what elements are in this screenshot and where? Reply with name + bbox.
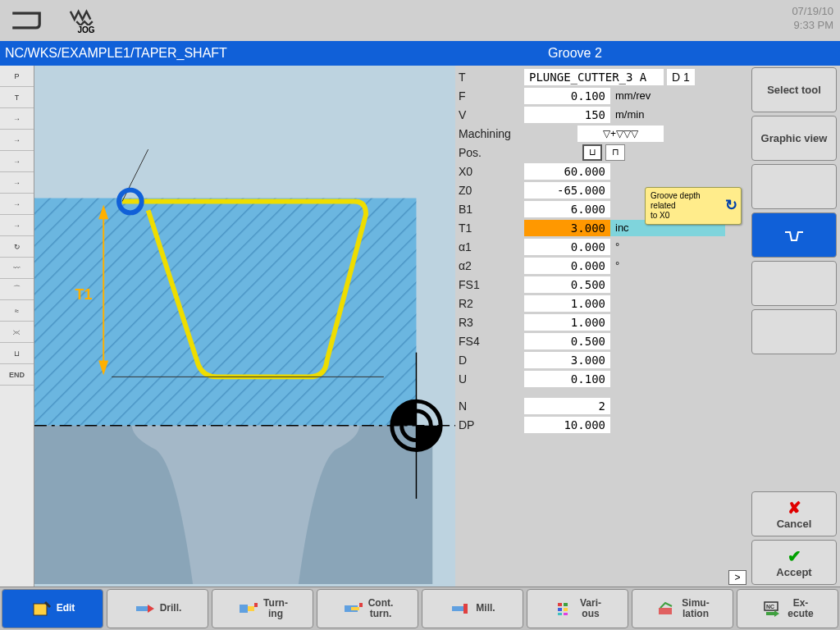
param-fs1[interactable]: FS1 0.500 xyxy=(455,275,748,294)
tooltip-line: to X0 xyxy=(651,211,721,221)
param-value[interactable]: 0.500 xyxy=(524,276,610,293)
step-icon[interactable]: ⩙ xyxy=(0,322,34,343)
step-icon[interactable]: ↻ xyxy=(0,236,34,258)
machining-symbol[interactable]: ▽+▽▽▽ xyxy=(578,126,664,142)
edit-button[interactable]: Edit xyxy=(2,589,103,628)
param-value[interactable]: 0.100 xyxy=(524,88,610,104)
step-icon[interactable]: 〰 xyxy=(0,258,34,279)
param-tool[interactable]: T PLUNGE_CUTTER_3 A D 1 xyxy=(455,67,748,86)
param-label: D xyxy=(459,354,524,367)
contour-turning-button[interactable]: Cont. turn. xyxy=(317,589,418,628)
groove-outer-icon[interactable]: ⊔ xyxy=(582,144,602,161)
param-label: DP xyxy=(459,418,524,431)
param-value[interactable]: 60.000 xyxy=(524,163,610,180)
param-value[interactable]: -65.000 xyxy=(524,182,610,199)
param-value[interactable]: 0.100 xyxy=(524,371,610,387)
param-n[interactable]: N 2 xyxy=(455,396,748,415)
param-value[interactable]: 1.000 xyxy=(524,295,610,312)
param-value-active[interactable]: 3.000 xyxy=(524,220,610,236)
cancel-button[interactable]: ✘ Cancel xyxy=(751,491,837,536)
svg-rect-27 xyxy=(558,608,562,611)
cycle-icon[interactable]: ↻ xyxy=(725,197,737,215)
param-value[interactable]: 3.000 xyxy=(524,352,610,368)
param-label: R2 xyxy=(459,297,524,310)
svg-rect-29 xyxy=(558,613,562,615)
softkey-empty[interactable] xyxy=(751,309,837,354)
select-tool-button[interactable]: Select tool xyxy=(751,67,837,112)
execute-button[interactable]: NC Ex- ecute xyxy=(737,589,838,628)
cycle-graphic: T1 xyxy=(34,66,455,587)
date-label: 07/19/10 xyxy=(792,5,833,19)
step-icon[interactable]: → xyxy=(0,151,34,172)
simulation-icon xyxy=(655,600,678,618)
step-icon[interactable]: ⊔ xyxy=(0,343,34,364)
softkey-empty[interactable] xyxy=(751,261,837,306)
param-a1[interactable]: α1 0.000 ° xyxy=(455,237,748,256)
step-icon[interactable]: → xyxy=(0,194,34,215)
param-unit: mm/rev xyxy=(610,89,651,102)
svg-rect-24 xyxy=(463,604,468,614)
param-fs4[interactable]: FS4 0.500 xyxy=(455,331,748,350)
simulation-button[interactable]: Simu- lation xyxy=(632,589,733,628)
various-icon xyxy=(554,600,577,618)
param-feed[interactable]: F 0.100 mm/rev xyxy=(455,86,748,105)
softkey-empty[interactable] xyxy=(751,164,837,209)
groove-inner-icon[interactable]: ⊓ xyxy=(605,144,625,161)
drill-button[interactable]: Drill. xyxy=(107,589,208,628)
turning-button[interactable]: Turn- ing xyxy=(212,589,313,628)
step-icon[interactable]: T xyxy=(0,87,34,108)
graphic-view-button[interactable]: Graphic view xyxy=(751,116,837,161)
step-end[interactable]: END xyxy=(0,364,34,386)
param-x0[interactable]: X0 60.000 xyxy=(455,162,748,180)
param-value[interactable]: 6.000 xyxy=(524,201,610,217)
param-value[interactable]: 1.000 xyxy=(524,314,610,331)
param-value[interactable]: 0.500 xyxy=(524,333,610,349)
step-icon[interactable]: → xyxy=(0,130,34,151)
param-r2[interactable]: R2 1.000 xyxy=(455,294,748,313)
machine-mode-icon xyxy=(4,4,53,37)
param-value[interactable]: 10.000 xyxy=(524,417,610,433)
step-icon[interactable]: → xyxy=(0,108,34,130)
tool-d[interactable]: D 1 xyxy=(667,69,695,85)
param-d[interactable]: D 3.000 xyxy=(455,350,748,369)
step-icon[interactable]: → xyxy=(0,215,34,236)
tooltip-line: related xyxy=(651,201,721,211)
step-icon[interactable]: ⌒ xyxy=(0,279,34,300)
step-icon[interactable]: P xyxy=(0,66,34,87)
param-value[interactable]: 0.000 xyxy=(524,239,610,255)
param-label: N xyxy=(459,399,524,413)
step-icon[interactable]: → xyxy=(0,172,34,194)
svg-rect-23 xyxy=(452,606,463,611)
param-pos[interactable]: Pos. ⊔ ⊓ xyxy=(455,143,748,162)
svg-rect-19 xyxy=(254,603,258,607)
main-area: P T → → → → → → ↻ 〰 ⌒ ≈ ⩙ ⊔ END xyxy=(0,66,840,587)
program-steps-sidebar[interactable]: P T → → → → → → ↻ 〰 ⌒ ≈ ⩙ ⊔ END xyxy=(0,66,34,587)
jog-label: JOG xyxy=(77,25,94,34)
graphic-panel: T1 xyxy=(34,66,455,587)
param-dp[interactable]: DP 10.000 xyxy=(455,415,748,434)
mill-button[interactable]: Mill. xyxy=(422,589,523,628)
param-label: FS4 xyxy=(459,335,524,348)
help-tooltip: Groove depth related to X0 ↻ xyxy=(645,187,742,225)
param-value[interactable]: PLUNGE_CUTTER_3 A xyxy=(524,69,664,85)
svg-rect-15 xyxy=(136,606,148,611)
accept-button[interactable]: ✔ Accept xyxy=(751,540,837,585)
param-value[interactable]: 0.000 xyxy=(524,258,610,274)
position-picker[interactable]: ⊔ ⊓ xyxy=(582,144,625,161)
title-bar: NC/WKS/EXAMPLE1/TAPER_SHAFT Groove 2 xyxy=(0,41,840,66)
svg-rect-28 xyxy=(564,608,568,611)
param-speed[interactable]: V 150 m/min xyxy=(455,105,748,124)
param-machining[interactable]: Machining ▽+▽▽▽ xyxy=(455,124,748,143)
param-u[interactable]: U 0.100 xyxy=(455,369,748,388)
param-value[interactable]: 150 xyxy=(524,107,610,123)
param-a2[interactable]: α2 0.000 ° xyxy=(455,256,748,275)
scroll-right-button[interactable]: > xyxy=(728,570,746,585)
step-icon[interactable]: ≈ xyxy=(0,300,34,322)
various-button[interactable]: Vari- ous xyxy=(527,589,628,628)
param-label: Pos. xyxy=(459,146,578,159)
param-r3[interactable]: R3 1.000 xyxy=(455,313,748,331)
param-value[interactable]: 2 xyxy=(524,398,610,414)
param-label: F xyxy=(459,89,524,103)
edit-icon xyxy=(30,600,53,618)
groove-type-button[interactable] xyxy=(751,212,837,258)
